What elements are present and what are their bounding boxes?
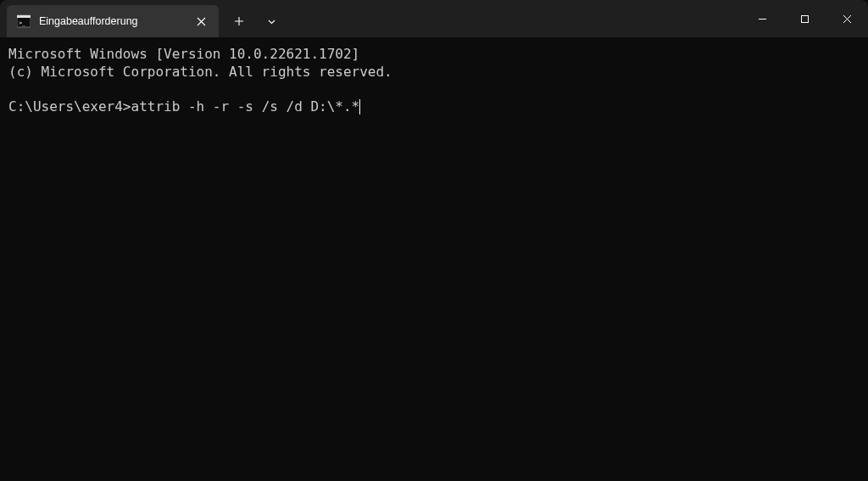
terminal-viewport[interactable]: Microsoft Windows [Version 10.0.22621.17… (0, 37, 868, 125)
maximize-button[interactable] (783, 0, 826, 37)
svg-rect-1 (17, 15, 31, 18)
terminal-command: attrib -h -r -s /s /d D:\*.* (131, 98, 360, 115)
close-button[interactable] (826, 0, 868, 37)
svg-rect-3 (801, 15, 808, 22)
tab-actions (224, 5, 287, 37)
titlebar: >_ Eingabeaufforderung (0, 0, 868, 37)
minimize-button[interactable] (741, 0, 783, 37)
terminal-line: (c) Microsoft Corporation. All rights re… (8, 64, 392, 80)
svg-text:>_: >_ (19, 20, 25, 26)
text-cursor (359, 99, 360, 115)
window-controls (741, 0, 868, 37)
active-tab[interactable]: >_ Eingabeaufforderung (7, 5, 219, 37)
titlebar-drag-region[interactable] (287, 0, 741, 37)
new-tab-button[interactable] (224, 8, 254, 35)
terminal-prompt: C:\Users\exer4> (8, 98, 131, 115)
tab-title: Eingabeaufforderung (39, 15, 183, 27)
tab-close-button[interactable] (192, 12, 210, 31)
cmd-icon: >_ (17, 14, 31, 28)
terminal-line: Microsoft Windows [Version 10.0.22621.17… (8, 46, 359, 62)
tab-dropdown-button[interactable] (256, 8, 287, 35)
